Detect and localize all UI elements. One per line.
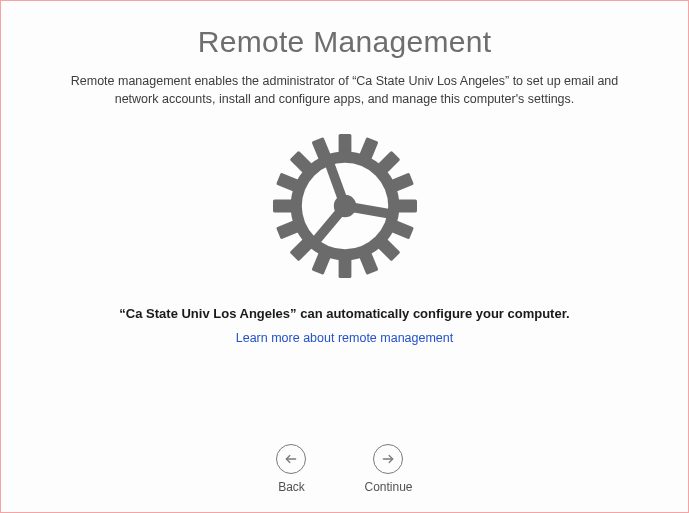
page-description: Remote management enables the administra…	[65, 73, 625, 108]
svg-point-21	[333, 195, 355, 217]
arrow-right-icon	[373, 444, 403, 474]
continue-button[interactable]: Continue	[358, 440, 418, 498]
learn-more-link[interactable]: Learn more about remote management	[236, 331, 454, 345]
page-title: Remote Management	[198, 25, 492, 59]
gear-icon	[1, 126, 688, 286]
back-button[interactable]: Back	[270, 440, 312, 498]
arrow-left-icon	[276, 444, 306, 474]
continue-label: Continue	[364, 480, 412, 494]
nav-row: Back Continue	[270, 440, 418, 512]
remote-management-panel: Remote Management Remote management enab…	[1, 1, 688, 512]
back-label: Back	[278, 480, 305, 494]
status-text: “Ca State Univ Los Angeles” can automati…	[119, 306, 569, 321]
